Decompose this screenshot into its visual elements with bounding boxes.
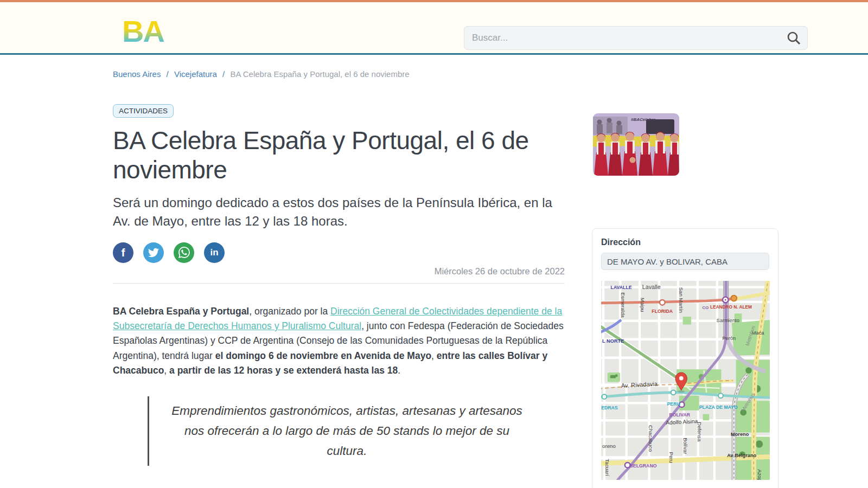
- breadcrumb-link-vicejefatura[interactable]: Vicejefatura: [174, 69, 217, 79]
- map-label: FLORIDA: [652, 309, 673, 314]
- publish-date: Miércoles 26 de octubre de 2022: [113, 266, 565, 277]
- breadcrumb-separator: /: [222, 69, 225, 79]
- map-label: Esmeralda: [620, 292, 626, 318]
- map-label: San Martín: [678, 287, 684, 313]
- map-label: Azopardo: [757, 470, 763, 480]
- article-main: ACTIVIDADES BA Celebra España y Portugal…: [113, 100, 565, 466]
- pull-quote: Emprendimientos gastronómicos, artistas,…: [148, 396, 540, 465]
- direccion-label: Dirección: [601, 237, 769, 247]
- map-canvas: LAVALLELavalleEsmeraldaMaipuSan MartínFL…: [601, 281, 770, 480]
- direccion-card: Dirección: [592, 228, 778, 488]
- map-label: Chacabuco: [648, 425, 654, 452]
- share-row: f in: [113, 242, 565, 263]
- breadcrumb-separator: /: [167, 69, 169, 79]
- thumbnail-banner-text: #BACelebra: [631, 117, 656, 122]
- search-box: [464, 26, 808, 50]
- body-bold-hours: a partir de las 12 horas y se extenderá …: [169, 365, 398, 376]
- breadcrumb: Buenos Aires / Vicejefatura / BA Celebra…: [113, 69, 410, 79]
- body-text: ,: [431, 350, 437, 361]
- page-title: BA Celebra España y Portugal, el 6 de no…: [113, 126, 565, 185]
- map-label: Maipu: [640, 298, 646, 312]
- map-label: Sarmiento: [717, 318, 739, 323]
- share-facebook-button[interactable]: f: [113, 242, 133, 263]
- map-label: EDRAS: [601, 405, 618, 410]
- map-label: PERU: [667, 401, 680, 407]
- map-label: Bolívar: [682, 438, 688, 454]
- location-map[interactable]: LAVALLELavalleEsmeraldaMaipuSan MartínFL…: [601, 281, 770, 480]
- thumbnail-image: #BACelebra: [593, 113, 679, 176]
- breadcrumb-current: BA Celebra España y Portugal, el 6 de no…: [230, 69, 409, 79]
- map-label: Tacuarí: [604, 459, 610, 476]
- map-label: oreno: [602, 443, 616, 449]
- map-label: Peru: [668, 452, 674, 463]
- search-icon[interactable]: [786, 30, 801, 46]
- body-text: ,: [164, 365, 169, 376]
- twitter-icon: [148, 247, 159, 258]
- share-whatsapp-button[interactable]: [174, 242, 194, 263]
- article-thumbnail[interactable]: #BACelebra: [593, 113, 679, 176]
- facebook-icon: f: [122, 247, 125, 258]
- map-label: LEANDRO N. ALEM: [710, 305, 752, 310]
- share-twitter-button[interactable]: [143, 242, 164, 263]
- map-label: Moreno: [731, 432, 749, 437]
- body-bold-intro: BA Celebra España y Portugal: [113, 306, 249, 317]
- whatsapp-icon: [178, 247, 190, 258]
- body-text: .: [398, 365, 400, 376]
- article-body: BA Celebra España y Portugal, organizado…: [113, 304, 565, 378]
- map-label: L NORTE: [602, 338, 624, 344]
- breadcrumb-link-home[interactable]: Buenos Aires: [113, 69, 161, 79]
- map-label: BOLIVAR: [669, 412, 690, 418]
- article-subtitle: Será un domingo dedicado a estos dos paí…: [113, 194, 565, 230]
- site-header: BA: [0, 2, 868, 55]
- share-linkedin-button[interactable]: in: [204, 242, 225, 263]
- map-label: BELGRANO: [630, 463, 657, 468]
- body-text: , organizado por la: [249, 306, 330, 317]
- linkedin-icon: in: [210, 248, 218, 257]
- direccion-input[interactable]: [601, 253, 769, 270]
- category-badge[interactable]: ACTIVIDADES: [113, 104, 174, 118]
- map-label: Lavalle: [642, 284, 661, 290]
- map-label: Perón: [722, 336, 736, 341]
- ba-logo[interactable]: BA: [122, 16, 164, 47]
- divider: [113, 283, 565, 284]
- map-label: CO: [703, 305, 709, 310]
- map-label: Av Belgrano: [727, 453, 756, 458]
- map-label: LAVALLE: [611, 285, 632, 290]
- page: BA Buenos Aires / Vicejefatura / BA Cele…: [0, 0, 868, 488]
- pull-quote-text: Emprendimientos gastronómicos, artistas,…: [168, 401, 526, 461]
- search-input[interactable]: [464, 26, 808, 50]
- map-label: Defensa: [697, 422, 703, 442]
- map-label: PLAZA DE MAYO: [699, 404, 738, 410]
- body-bold-date: el domingo 6 de noviembre en Avenida de …: [215, 350, 431, 361]
